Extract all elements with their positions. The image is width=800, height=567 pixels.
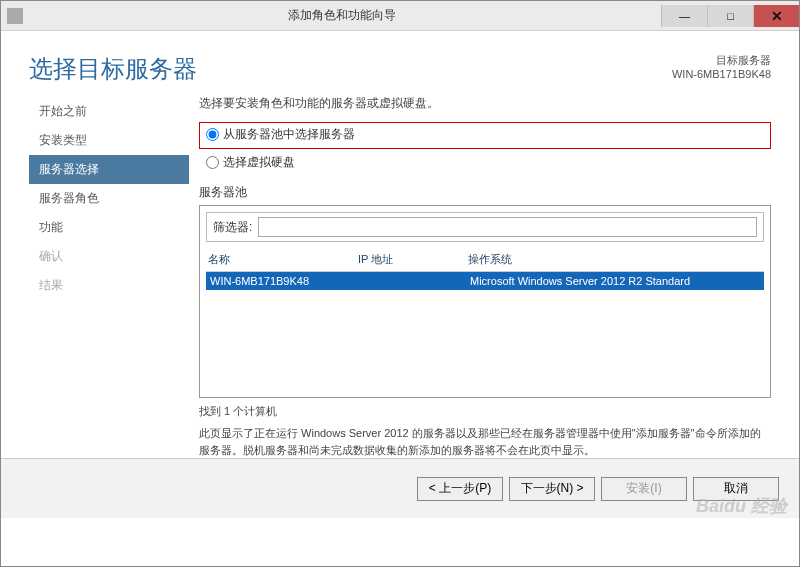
close-button[interactable]: ✕ — [753, 5, 799, 27]
radio-server-pool-input[interactable] — [206, 128, 219, 141]
description-text: 此页显示了正在运行 Windows Server 2012 的服务器以及那些已经… — [199, 425, 771, 458]
radio-server-pool-label: 从服务器池中选择服务器 — [223, 126, 355, 143]
cancel-button[interactable]: 取消 — [693, 477, 779, 501]
cell-name: WIN-6MB171B9K48 — [210, 275, 360, 287]
sidebar-item-features[interactable]: 功能 — [29, 213, 189, 242]
table-row[interactable]: WIN-6MB171B9K48 Microsoft Windows Server… — [206, 272, 764, 290]
target-value: WIN-6MB171B9K48 — [672, 67, 771, 81]
cell-ip — [360, 275, 470, 287]
window-title: 添加角色和功能向导 — [23, 7, 661, 24]
intro-text: 选择要安装角色和功能的服务器或虚拟硬盘。 — [199, 95, 771, 112]
next-button[interactable]: 下一步(N) > — [509, 477, 595, 501]
target-info: 目标服务器 WIN-6MB171B9K48 — [672, 53, 771, 82]
sidebar-item-server-selection[interactable]: 服务器选择 — [29, 155, 189, 184]
radio-server-pool[interactable]: 从服务器池中选择服务器 — [206, 125, 764, 144]
radio-vhd-label: 选择虚拟硬盘 — [223, 154, 295, 171]
sidebar-item-results: 结果 — [29, 271, 189, 300]
prev-button[interactable]: < 上一步(P) — [417, 477, 503, 501]
radio-vhd-input[interactable] — [206, 156, 219, 169]
filter-row: 筛选器: — [206, 212, 764, 242]
minimize-button[interactable]: — — [661, 5, 707, 27]
pool-box: 筛选器: 名称 IP 地址 操作系统 WIN-6MB171B9K48 — [199, 205, 771, 398]
install-button: 安装(I) — [601, 477, 687, 501]
col-os[interactable]: 操作系统 — [468, 252, 762, 267]
main-panel: 选择要安装角色和功能的服务器或虚拟硬盘。 从服务器池中选择服务器 选择虚拟硬盘 … — [189, 95, 771, 458]
page-title: 选择目标服务器 — [29, 53, 197, 85]
sidebar-item-before[interactable]: 开始之前 — [29, 97, 189, 126]
target-label: 目标服务器 — [672, 53, 771, 67]
sidebar: 开始之前 安装类型 服务器选择 服务器角色 功能 确认 结果 — [29, 95, 189, 458]
found-text: 找到 1 个计算机 — [199, 404, 771, 419]
filter-input[interactable] — [258, 217, 757, 237]
header: 选择目标服务器 目标服务器 WIN-6MB171B9K48 — [1, 31, 799, 95]
footer: < 上一步(P) 下一步(N) > 安装(I) 取消 — [1, 458, 799, 518]
app-icon — [7, 8, 23, 24]
sidebar-item-server-roles[interactable]: 服务器角色 — [29, 184, 189, 213]
titlebar: 添加角色和功能向导 — □ ✕ — [1, 1, 799, 31]
table-header: 名称 IP 地址 操作系统 — [206, 248, 764, 271]
maximize-button[interactable]: □ — [707, 5, 753, 27]
table-body: WIN-6MB171B9K48 Microsoft Windows Server… — [206, 271, 764, 391]
sidebar-item-confirm: 确认 — [29, 242, 189, 271]
wizard-window: 添加角色和功能向导 — □ ✕ 选择目标服务器 目标服务器 WIN-6MB171… — [0, 0, 800, 567]
col-ip[interactable]: IP 地址 — [358, 252, 468, 267]
window-controls: — □ ✕ — [661, 5, 799, 27]
pool-label: 服务器池 — [199, 184, 771, 201]
filter-label: 筛选器: — [213, 219, 252, 236]
server-table: 名称 IP 地址 操作系统 WIN-6MB171B9K48 Microsoft … — [206, 248, 764, 391]
radio-vhd[interactable]: 选择虚拟硬盘 — [199, 153, 771, 172]
radio-server-pool-wrap: 从服务器池中选择服务器 — [199, 122, 771, 149]
sidebar-item-install-type[interactable]: 安装类型 — [29, 126, 189, 155]
col-name[interactable]: 名称 — [208, 252, 358, 267]
cell-os: Microsoft Windows Server 2012 R2 Standar… — [470, 275, 760, 287]
